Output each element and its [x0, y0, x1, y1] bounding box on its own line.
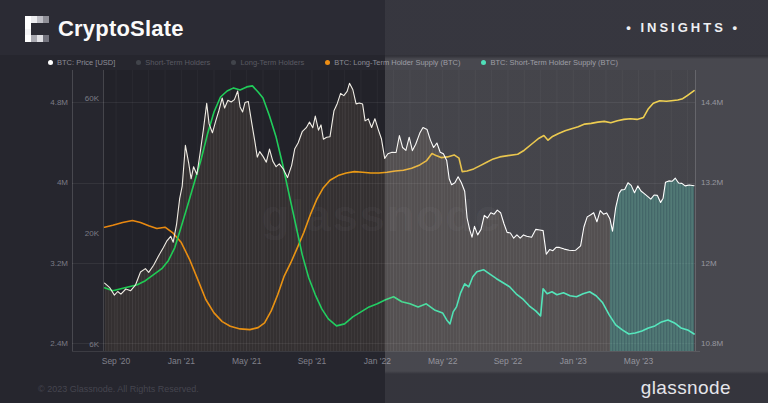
- cryptoslate-logo-icon: [25, 16, 49, 42]
- legend-item[interactable]: Long-Term Holders: [231, 58, 304, 67]
- legend-item[interactable]: BTC: Short-Term Holder Supply (BTC): [481, 58, 618, 67]
- legend-item[interactable]: BTC: Long-Term Holder Supply (BTC): [325, 58, 460, 67]
- chart-legend: BTC: Price [USD]Short-Term HoldersLong-T…: [48, 56, 618, 68]
- cryptoslate-brand[interactable]: CryptoSlate: [25, 16, 184, 42]
- copyright-text: © 2023 Glassnode. All Rights Reserved.: [38, 384, 199, 394]
- legend-label: BTC: Short-Term Holder Supply (BTC): [490, 58, 618, 67]
- legend-dot-icon: [48, 60, 53, 65]
- legend-dot-icon: [136, 60, 141, 65]
- legend-label: BTC: Price [USD]: [57, 58, 115, 67]
- insight-card: CryptoSlate • INSIGHTS • BTC: Price [USD…: [0, 0, 768, 403]
- legend-dot-icon: [231, 60, 236, 65]
- legend-label: Long-Term Holders: [240, 58, 304, 67]
- brand-name: CryptoSlate: [58, 16, 184, 42]
- legend-dot-icon: [481, 60, 486, 65]
- legend-item[interactable]: BTC: Price [USD]: [48, 58, 115, 67]
- legend-dot-icon: [325, 60, 330, 65]
- legend-label: BTC: Long-Term Holder Supply (BTC): [334, 58, 460, 67]
- insights-badge: • INSIGHTS •: [626, 20, 740, 35]
- legend-label: Short-Term Holders: [145, 58, 210, 67]
- legend-item[interactable]: Short-Term Holders: [136, 58, 210, 67]
- glassnode-wordmark: glassnode: [641, 377, 731, 399]
